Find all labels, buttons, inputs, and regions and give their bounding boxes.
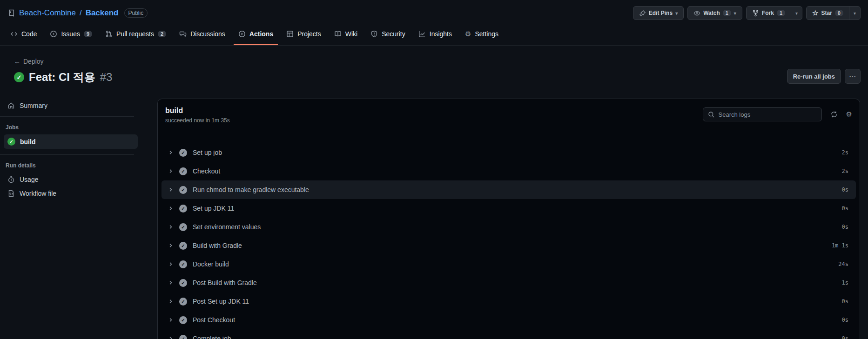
chevron-right-icon[interactable]: [168, 206, 174, 211]
step-name: Post Set up JDK 11: [193, 298, 249, 305]
chevron-right-icon[interactable]: [168, 243, 174, 248]
log-panel-header: build succeeded now in 1m 35s ⚙: [158, 99, 860, 131]
tab-projects[interactable]: Projects: [282, 26, 326, 45]
tab-code[interactable]: Code: [6, 26, 41, 45]
edit-pins-label: Edit Pins: [649, 10, 673, 16]
step-row[interactable]: ✓ Run chmod to make gradlew executable 0…: [161, 180, 856, 199]
tab-actions[interactable]: Actions: [234, 26, 278, 45]
step-row[interactable]: ✓ Set environment values 0s: [161, 218, 856, 236]
star-button[interactable]: ☆ Star 0: [807, 7, 849, 20]
watch-label: Watch: [703, 10, 720, 16]
sidebar-divider: [0, 116, 134, 117]
step-success-icon: ✓: [179, 279, 187, 287]
step-success-icon: ✓: [179, 335, 187, 339]
chevron-right-icon[interactable]: [168, 261, 174, 267]
step-duration: 1s: [842, 279, 848, 286]
step-success-icon: ✓: [179, 149, 187, 157]
repo-owner-link[interactable]: Beach-Combine: [19, 8, 76, 18]
tab-pull-requests[interactable]: Pull requests 2: [101, 26, 171, 45]
step-row[interactable]: ✓ Post Checkout 0s: [161, 311, 856, 329]
log-settings-gear-icon[interactable]: ⚙: [846, 110, 852, 119]
chevron-down-icon: ▾: [675, 11, 678, 16]
step-duration: 0s: [842, 205, 848, 212]
sidebar-item-summary[interactable]: Summary: [4, 99, 138, 113]
step-success-icon: ✓: [179, 205, 187, 213]
step-name: Set up JDK 11: [193, 205, 234, 212]
watch-count: 1: [723, 10, 731, 16]
refresh-icon[interactable]: [830, 111, 838, 118]
watch-button[interactable]: Watch 1 ▾: [687, 6, 742, 20]
job-log-panel: build succeeded now in 1m 35s ⚙: [157, 99, 860, 339]
step-row[interactable]: ✓ Checkout 2s: [161, 162, 856, 180]
chevron-right-icon[interactable]: [168, 168, 174, 174]
fork-label: Fork: [762, 10, 774, 16]
stopwatch-icon: [7, 176, 15, 183]
sidebar-item-label: Workflow file: [20, 190, 56, 197]
step-name: Complete job: [193, 335, 231, 339]
step-name: Run chmod to make gradlew executable: [193, 186, 309, 193]
tab-settings[interactable]: ⚙ Settings: [460, 25, 503, 46]
run-details-section-label: Run details: [4, 160, 138, 173]
chevron-right-icon[interactable]: [168, 336, 174, 339]
tab-label: Discussions: [190, 30, 225, 38]
run-title: Feat: CI 적용: [29, 70, 95, 85]
shield-icon: [370, 30, 378, 38]
sidebar-item-label: Summary: [20, 102, 47, 109]
issue-opened-icon: [50, 30, 57, 38]
tab-label: Security: [382, 30, 405, 38]
step-duration: 1m 1s: [832, 242, 848, 249]
tab-insights[interactable]: Insights: [414, 26, 457, 45]
tab-label: Pull requests: [116, 30, 154, 38]
book-icon: [334, 30, 342, 38]
fork-icon: [752, 10, 759, 17]
step-row[interactable]: ✓ Post Build with Gradle 1s: [161, 273, 856, 292]
tab-label: Insights: [430, 30, 452, 38]
step-duration: 2s: [842, 149, 848, 156]
more-options-button[interactable]: ⋯: [845, 69, 861, 84]
run-header: ← Deploy ✓ Feat: CI 적용 #3 Re-run all job…: [0, 46, 868, 85]
fork-button[interactable]: Fork 1: [747, 7, 791, 20]
chevron-right-icon[interactable]: [168, 150, 174, 155]
step-name: Checkout: [193, 167, 220, 175]
job-status-line: succeeded now in 1m 35s: [165, 117, 230, 124]
breadcrumb: Beach-Combine / Backend Public: [7, 8, 148, 18]
repo-header: Beach-Combine / Backend Public Edit Pins…: [0, 0, 868, 22]
jobs-section-label: Jobs: [4, 121, 138, 134]
tab-security[interactable]: Security: [366, 26, 410, 45]
step-row[interactable]: ✓ Post Set up JDK 11 0s: [161, 292, 856, 311]
step-success-icon: ✓: [179, 167, 187, 175]
rerun-all-jobs-button[interactable]: Re-run all jobs: [787, 69, 841, 84]
pin-icon: [639, 10, 646, 17]
step-name: Post Build with Gradle: [193, 279, 257, 286]
step-duration: 0s: [842, 335, 848, 339]
chevron-right-icon[interactable]: [168, 187, 174, 193]
edit-pins-button[interactable]: Edit Pins ▾: [633, 6, 684, 20]
step-duration: 0s: [842, 224, 848, 230]
fork-dropdown-button[interactable]: ▾: [791, 7, 802, 20]
arrow-left-icon: ←: [14, 58, 20, 65]
job-name-label: build: [20, 138, 35, 146]
back-to-workflow-link[interactable]: ← Deploy: [14, 58, 112, 65]
step-row[interactable]: ✓ Docker build 24s: [161, 255, 856, 273]
step-success-icon: ✓: [179, 260, 187, 268]
tab-wiki[interactable]: Wiki: [330, 26, 362, 45]
sidebar-job-build[interactable]: ✓ build: [4, 134, 138, 149]
chevron-right-icon[interactable]: [168, 224, 174, 230]
step-row[interactable]: ✓ Set up job 2s: [161, 143, 856, 162]
sidebar-item-workflow-file[interactable]: Workflow file: [4, 186, 138, 200]
star-dropdown-button[interactable]: ▾: [849, 7, 860, 20]
step-row[interactable]: ✓ Complete job 0s: [161, 329, 856, 339]
run-success-icon: ✓: [14, 72, 24, 82]
repo-name-link[interactable]: Backend: [86, 8, 119, 18]
chevron-right-icon[interactable]: [168, 280, 174, 286]
tab-discussions[interactable]: Discussions: [175, 26, 230, 45]
eye-icon: [693, 10, 700, 17]
chevron-right-icon[interactable]: [168, 317, 174, 323]
step-row[interactable]: ✓ Build with Gradle 1m 1s: [161, 236, 856, 255]
search-logs-input[interactable]: [719, 111, 817, 118]
chevron-down-icon: ▾: [734, 11, 736, 16]
tab-issues[interactable]: Issues 9: [45, 26, 97, 45]
chevron-right-icon[interactable]: [168, 299, 174, 304]
sidebar-item-usage[interactable]: Usage: [4, 173, 138, 186]
step-row[interactable]: ✓ Set up JDK 11 0s: [161, 199, 856, 218]
